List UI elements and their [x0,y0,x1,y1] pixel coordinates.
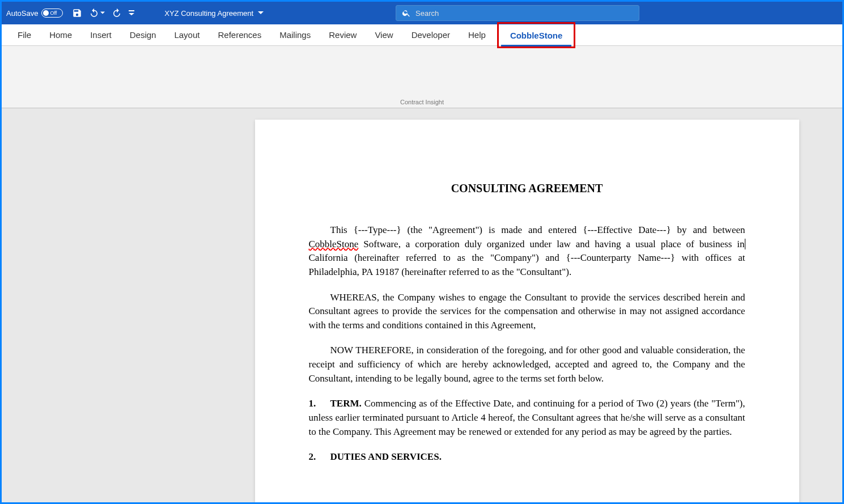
tab-help[interactable]: Help [459,26,495,44]
tab-file[interactable]: File [9,26,40,44]
search-box[interactable]: Search [396,5,639,21]
document-area[interactable]: CONSULTING AGREEMENT This {---Type---} (… [2,108,842,502]
tab-home[interactable]: Home [40,26,81,44]
ribbon-tabs: File Home Insert Design Layout Reference… [2,24,842,46]
paragraph-2[interactable]: WHEREAS, the Company wishes to engage th… [309,291,745,333]
tab-developer[interactable]: Developer [402,26,459,44]
spell-error[interactable]: CobbleStone [309,239,359,249]
tab-design[interactable]: Design [121,26,166,44]
paragraph-1[interactable]: This {---Type---} (the "Agreement") is m… [309,223,745,279]
tab-view[interactable]: View [366,26,402,44]
tab-mailings[interactable]: Mailings [270,26,320,44]
ribbon: Contract Insight [2,46,842,108]
search-placeholder: Search [415,9,439,18]
document-title-area[interactable]: XYZ Consulting Agreement [32,9,396,18]
document-title: XYZ Consulting Agreement [164,9,253,18]
ribbon-group-label: Contract Insight [6,99,838,108]
doc-heading: CONSULTING AGREEMENT [309,182,745,195]
title-bar: AutoSave Off XYZ Consulting Agreement Se… [2,2,842,24]
tab-references[interactable]: References [209,26,270,44]
document-page: CONSULTING AGREEMENT This {---Type---} (… [255,120,799,502]
paragraph-3[interactable]: NOW THEREFORE, in consideration of the f… [309,344,745,386]
tab-layout[interactable]: Layout [165,26,209,44]
section-1[interactable]: 1.TERM. Commencing as of the Effective D… [309,397,745,439]
chevron-down-icon [258,10,264,16]
doc-body[interactable]: This {---Type---} (the "Agreement") is m… [309,223,745,464]
search-icon [402,9,411,18]
tab-insert[interactable]: Insert [81,26,121,44]
tab-review[interactable]: Review [320,26,366,44]
highlight-annotation: CobbleStone [497,22,576,48]
section-2[interactable]: 2.DUTIES AND SERVICES. [309,450,745,464]
tab-cobblestone[interactable]: CobbleStone [501,26,572,46]
